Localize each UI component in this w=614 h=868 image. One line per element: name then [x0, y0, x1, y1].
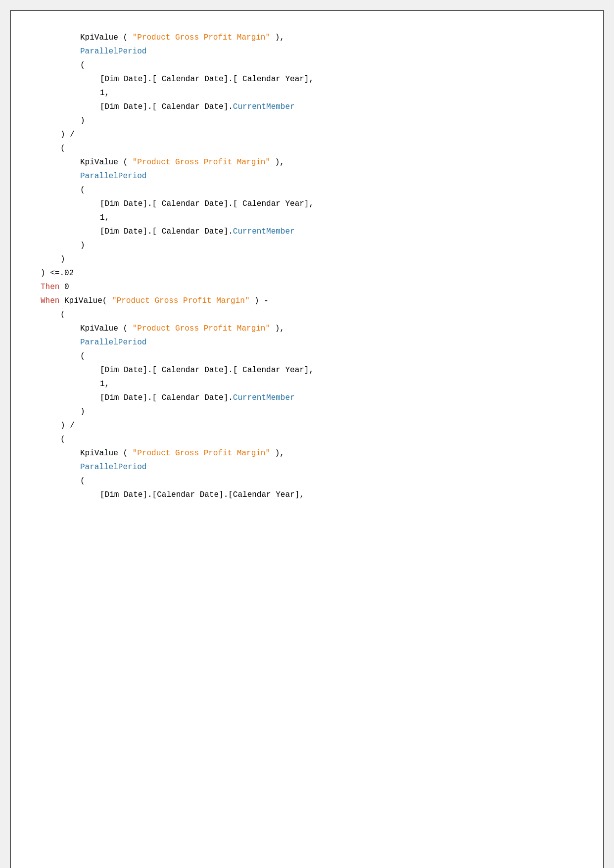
- string-value: "Product Gross Profit Margin": [133, 158, 270, 167]
- code-text: KpiValue (: [80, 449, 133, 458]
- code-line: (: [41, 308, 573, 322]
- code-text: (: [80, 186, 85, 194]
- code-text: ): [60, 255, 65, 264]
- code-text: KpiValue (: [80, 158, 133, 167]
- code-text: ) /: [60, 130, 75, 139]
- keyword-blue: ParallelPeriod: [80, 47, 146, 56]
- code-line: ) <=.02: [41, 266, 573, 280]
- code-text: ),: [270, 33, 284, 42]
- code-line: [Dim Date].[Calendar Date].[Calendar Yea…: [41, 488, 573, 502]
- code-line: 1,: [41, 377, 573, 391]
- code-line: [Dim Date].[ Calendar Date].[ Calendar Y…: [41, 197, 573, 211]
- keyword-blue: CurrentMember: [233, 102, 295, 111]
- code-text: ) <=.02: [41, 269, 74, 278]
- code-line: (: [41, 433, 573, 446]
- code-line: [Dim Date].[ Calendar Date].[ Calendar Y…: [41, 72, 573, 86]
- code-line: [Dim Date].[ Calendar Date].[ Calendar Y…: [41, 363, 573, 377]
- code-text: ): [80, 407, 85, 416]
- code-line: (: [41, 142, 573, 155]
- code-text: ) /: [60, 421, 75, 430]
- keyword-blue: CurrentMember: [233, 227, 295, 236]
- keyword-blue: ParallelPeriod: [80, 463, 146, 472]
- code-text: 1,: [100, 380, 109, 388]
- code-text: KpiValue (: [80, 324, 133, 333]
- code-line: 1,: [41, 211, 573, 225]
- code-line: ParallelPeriod: [41, 460, 573, 474]
- code-line: ): [41, 239, 573, 252]
- code-text: ),: [270, 158, 284, 167]
- code-text: ),: [270, 449, 284, 458]
- code-text: (: [60, 144, 65, 153]
- code-text: (: [60, 310, 65, 319]
- code-line: (: [41, 58, 573, 72]
- code-text: ) -: [249, 296, 268, 305]
- code-line: KpiValue ( "Product Gross Profit Margin"…: [41, 155, 573, 169]
- code-line: When KpiValue( "Product Gross Profit Mar…: [41, 294, 573, 308]
- code-line: ): [41, 252, 573, 266]
- code-line: ) /: [41, 419, 573, 433]
- code-text: 1,: [100, 213, 109, 222]
- code-text: (: [80, 352, 85, 361]
- page-container: KpiValue ( "Product Gross Profit Margin"…: [10, 10, 604, 868]
- code-line: ) /: [41, 128, 573, 142]
- keyword-red: Then: [41, 283, 59, 291]
- keyword-blue: ParallelPeriod: [80, 338, 146, 347]
- code-text: ),: [270, 324, 284, 333]
- code-line: ParallelPeriod: [41, 45, 573, 58]
- string-value: "Product Gross Profit Margin": [133, 33, 270, 42]
- code-line: Then 0: [41, 280, 573, 294]
- code-text: [Dim Date].[ Calendar Date].: [100, 227, 233, 236]
- code-text: [Dim Date].[ Calendar Date].[ Calendar Y…: [100, 366, 314, 375]
- code-line: ParallelPeriod: [41, 336, 573, 349]
- code-text: KpiValue (: [80, 33, 133, 42]
- string-value: "Product Gross Profit Margin": [133, 449, 270, 458]
- code-line: KpiValue ( "Product Gross Profit Margin"…: [41, 322, 573, 336]
- code-line: [Dim Date].[ Calendar Date].CurrentMembe…: [41, 225, 573, 239]
- code-text: (: [80, 61, 85, 70]
- code-line: ): [41, 114, 573, 128]
- string-value: "Product Gross Profit Margin": [112, 296, 249, 305]
- code-text: [Dim Date].[ Calendar Date].[ Calendar Y…: [100, 75, 314, 84]
- code-text: 0: [59, 283, 69, 291]
- code-text: (: [80, 477, 85, 485]
- code-line: (: [41, 474, 573, 488]
- code-text: [Dim Date].[ Calendar Date].[ Calendar Y…: [100, 199, 314, 208]
- code-line: KpiValue ( "Product Gross Profit Margin"…: [41, 446, 573, 460]
- code-line: 1,: [41, 86, 573, 100]
- code-text: ): [80, 241, 85, 250]
- code-line: [Dim Date].[ Calendar Date].CurrentMembe…: [41, 100, 573, 114]
- keyword-red: When: [41, 296, 59, 305]
- code-line: ): [41, 405, 573, 419]
- code-line: (: [41, 183, 573, 197]
- code-block: KpiValue ( "Product Gross Profit Margin"…: [41, 31, 573, 502]
- keyword-blue: ParallelPeriod: [80, 172, 146, 181]
- code-line: [Dim Date].[ Calendar Date].CurrentMembe…: [41, 391, 573, 405]
- code-text: 1,: [100, 89, 109, 97]
- code-text: KpiValue(: [59, 296, 112, 305]
- code-text: (: [60, 435, 65, 444]
- code-line: ParallelPeriod: [41, 169, 573, 183]
- keyword-blue: CurrentMember: [233, 393, 295, 402]
- code-text: [Dim Date].[ Calendar Date].: [100, 102, 233, 111]
- code-text: [Dim Date].[ Calendar Date].: [100, 393, 233, 402]
- code-text: ): [80, 116, 85, 125]
- code-text: [Dim Date].[Calendar Date].[Calendar Yea…: [100, 490, 304, 499]
- string-value: "Product Gross Profit Margin": [133, 324, 270, 333]
- code-line: (: [41, 349, 573, 363]
- code-line: KpiValue ( "Product Gross Profit Margin"…: [41, 31, 573, 45]
